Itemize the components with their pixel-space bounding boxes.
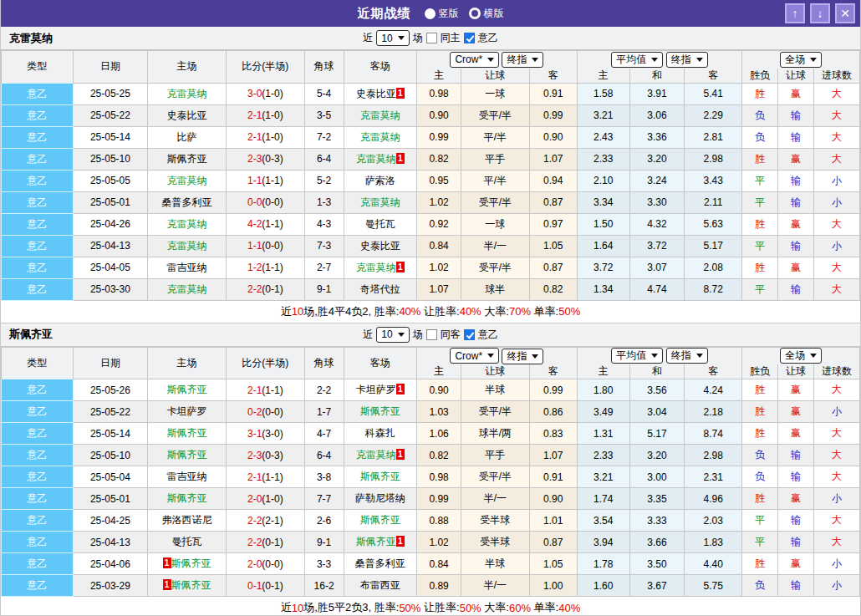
- score-cell: 2-1(1-1): [226, 379, 304, 401]
- avg-draw-cell: 3.24: [629, 170, 684, 191]
- goals-result-cell: 大: [813, 510, 859, 532]
- match-row: 意乙25-04-13曼托瓦2-2(0-1)9-1斯佩齐亚11.02受半球0.87…: [2, 532, 860, 553]
- league-cell: 意乙: [2, 466, 74, 488]
- home-odds-cell: 0.82: [417, 148, 461, 170]
- move-up-button[interactable]: ↑: [785, 3, 805, 23]
- handicap-result-cell: 输: [778, 191, 814, 213]
- col-header-away: 客场: [344, 51, 417, 84]
- horizontal-layout-label[interactable]: 横版: [484, 7, 504, 21]
- score-cell: 2-3(0-3): [226, 445, 304, 466]
- team-name-text: 克雷莫纳: [167, 240, 207, 252]
- avg-draw-cell: 3.91: [629, 83, 684, 104]
- team-name-text: 克雷莫纳: [167, 175, 207, 186]
- date-cell: 25-04-13: [73, 235, 148, 257]
- halftime-score: (1-0): [262, 131, 283, 143]
- league-cell: 意乙: [2, 235, 74, 257]
- bookmaker-select[interactable]: Crow*: [450, 348, 499, 364]
- odds-time-select[interactable]: 终指: [502, 52, 543, 68]
- col-header-date: 日期: [73, 51, 148, 84]
- same-venue-checkbox[interactable]: [426, 329, 437, 340]
- team-name-text: 斯佩齐亚: [167, 427, 207, 439]
- home-odds-cell: 0.98: [417, 466, 461, 488]
- team-name-text: 史泰比亚: [360, 240, 400, 252]
- avg-time-select-value: 终指: [671, 349, 691, 363]
- odds-time-select[interactable]: 终指: [502, 349, 543, 364]
- handicap-result-cell: 输: [778, 170, 814, 191]
- odds-time-select-value: 终指: [507, 53, 527, 67]
- chevron-down-icon: [651, 58, 658, 62]
- team-section: 克雷莫纳 近 10 场 同主 意乙 类型 日期: [1, 27, 860, 323]
- col-header-odds-away: 客: [529, 364, 577, 379]
- average-select[interactable]: 平均值: [611, 52, 663, 68]
- same-venue-checkbox[interactable]: [426, 33, 437, 43]
- team-section: 斯佩齐亚 近 10 场 同客 意乙 类型 日期: [1, 323, 860, 616]
- winlose-result-cell: 胜: [742, 488, 778, 510]
- match-row: 意乙25-05-14比萨2-1(1-0)7-2克雷莫纳0.99平/半0.902.…: [2, 126, 860, 148]
- league-cell: 意乙: [2, 126, 74, 148]
- handicap-result-cell: 赢: [778, 148, 814, 170]
- home-odds-cell: 1.07: [417, 278, 461, 300]
- vertical-layout-radio-icon[interactable]: [425, 8, 436, 19]
- vertical-layout-label[interactable]: 竖版: [439, 7, 459, 21]
- away-team-cell: 克雷莫纳1: [344, 257, 417, 278]
- match-count-select[interactable]: 10: [376, 327, 409, 343]
- summary-stat-label: 单率:: [531, 600, 558, 615]
- team-name-text: 克雷莫纳: [356, 449, 396, 461]
- chevron-down-icon: [532, 354, 538, 359]
- home-odds-cell: 0.84: [417, 235, 461, 257]
- handicap-cell: 平手: [461, 148, 530, 170]
- home-odds-cell: 1.06: [417, 423, 461, 445]
- team-name-text: 史泰比亚: [356, 88, 396, 99]
- avg-time-select[interactable]: 终指: [666, 348, 708, 364]
- avg-home-cell: 1.74: [577, 488, 629, 510]
- away-team-cell: 斯佩齐亚1: [344, 532, 417, 553]
- horizontal-layout-radio-icon[interactable]: [469, 8, 481, 19]
- halftime-score: (0-0): [262, 196, 283, 208]
- period-select[interactable]: 全场: [780, 348, 822, 364]
- handicap-result-cell: 输: [778, 104, 814, 126]
- summary-stat-value: 10: [292, 602, 303, 614]
- home-team-cell: 克雷莫纳: [148, 235, 227, 257]
- away-team-cell: 科森扎: [344, 423, 417, 445]
- league-filter-checkbox[interactable]: [464, 33, 475, 43]
- fulltime-score: 2-1: [247, 109, 262, 121]
- bookmaker-select[interactable]: Crow*: [450, 52, 499, 68]
- period-select[interactable]: 全场: [780, 52, 822, 68]
- goals-result-cell: 大: [813, 466, 859, 488]
- fulltime-score: 2-1: [247, 384, 262, 396]
- avg-draw-cell: 5.17: [629, 423, 684, 445]
- avg-time-select[interactable]: 终指: [666, 52, 708, 68]
- match-row: 意乙25-05-01斯佩齐亚2-0(1-0)7-7萨勒尼塔纳0.99半/一0.9…: [2, 488, 860, 510]
- halftime-score: (0-0): [262, 558, 283, 570]
- move-down-button[interactable]: ↓: [810, 3, 830, 23]
- fulltime-score: 2-0: [247, 493, 262, 505]
- col-header-score: 比分(半场): [226, 347, 304, 379]
- match-count-select[interactable]: 10: [376, 30, 409, 46]
- corner-cell: 2-2: [304, 379, 344, 401]
- odds-group-header: Crow* 终指: [417, 347, 578, 364]
- summary-stat-value: 40%: [399, 305, 420, 318]
- winlose-result-cell: 平: [742, 510, 778, 532]
- home-team-cell: 克雷莫纳: [148, 83, 227, 104]
- handicap-result-cell: 赢: [778, 423, 814, 445]
- score-cell: 0-2(0-0): [226, 401, 304, 423]
- same-venue-label: 同主: [441, 31, 461, 45]
- league-filter-checkbox[interactable]: [464, 329, 475, 340]
- red-card-badge: 1: [163, 557, 171, 568]
- handicap-result-cell: 赢: [778, 257, 814, 278]
- recent-results-window: 近期战绩 竖版 横版 ↑ ↓ ✕ 克雷莫纳 近 10 场 同主 意乙: [0, 0, 861, 616]
- team-name-text: 斯佩齐亚: [167, 449, 207, 461]
- league-cell: 意乙: [2, 257, 74, 278]
- average-select[interactable]: 平均值: [611, 348, 663, 364]
- avg-away-cell: 2.81: [685, 126, 742, 148]
- odds-group-header: Crow* 终指: [417, 51, 578, 69]
- col-header-goals: 进球数: [813, 69, 859, 84]
- score-cell: 0-1(0-1): [226, 575, 304, 597]
- fulltime-score: 2-0: [247, 558, 262, 570]
- home-team-cell: 曼托瓦: [148, 532, 227, 553]
- goals-result-cell: 大: [813, 148, 859, 170]
- close-button[interactable]: ✕: [835, 3, 855, 23]
- avg-home-cell: 2.33: [577, 445, 629, 466]
- team-name-text: 斯佩齐亚: [167, 492, 207, 504]
- corner-cell: 7-2: [304, 126, 344, 148]
